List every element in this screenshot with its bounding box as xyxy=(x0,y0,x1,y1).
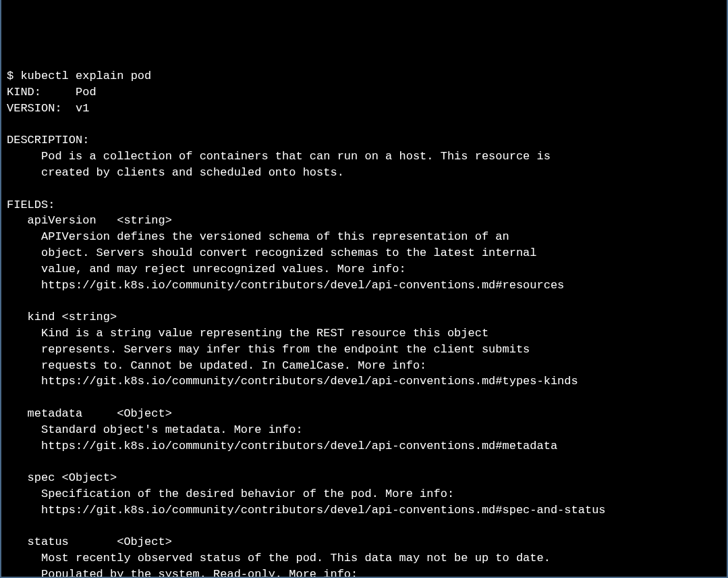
field-desc: APIVersion defines the versioned schema … xyxy=(7,229,721,245)
blank-line xyxy=(7,293,721,309)
blank-line xyxy=(7,519,721,535)
field-desc: Specification of the desired behavior of… xyxy=(7,486,721,502)
field-desc: https://git.k8s.io/community/contributor… xyxy=(7,373,721,390)
description-header: DESCRIPTION: xyxy=(7,132,721,149)
fields-header: FIELDS: xyxy=(7,197,721,213)
field-desc: https://git.k8s.io/community/contributor… xyxy=(7,278,721,294)
blank-line xyxy=(7,390,721,406)
prompt: $ xyxy=(7,70,20,82)
version-line: VERSION: v1 xyxy=(7,101,721,117)
field-desc: represents. Servers may infer this from … xyxy=(7,342,721,358)
field-desc: Most recently observed status of the pod… xyxy=(7,550,721,567)
description-text: created by clients and scheduled onto ho… xyxy=(7,165,721,181)
field-desc: requests to. Cannot be updated. In Camel… xyxy=(7,358,721,374)
field-desc: Populated by the system. Read-only. More… xyxy=(7,567,721,578)
blank-line xyxy=(7,181,721,197)
field-name-status: status <Object> xyxy=(7,534,721,550)
field-desc: Standard object's metadata. More info: xyxy=(7,422,721,438)
field-desc: https://git.k8s.io/community/contributor… xyxy=(7,502,721,519)
field-desc: https://git.k8s.io/community/contributor… xyxy=(7,438,721,454)
field-name-metadata: metadata <Object> xyxy=(7,406,721,422)
terminal-output[interactable]: $ kubectl explain podKIND: PodVERSION: v… xyxy=(7,68,721,578)
field-name-apiversion: apiVersion <string> xyxy=(7,213,721,229)
command-line: $ kubectl explain pod xyxy=(7,68,721,84)
field-desc: object. Servers should convert recognize… xyxy=(7,245,721,261)
command-text: kubectl explain pod xyxy=(20,70,151,82)
description-text: Pod is a collection of containers that c… xyxy=(7,149,721,165)
blank-line xyxy=(7,117,721,133)
field-desc: value, and may reject unrecognized value… xyxy=(7,261,721,278)
blank-line xyxy=(7,454,721,470)
field-desc: Kind is a string value representing the … xyxy=(7,325,721,342)
field-name-kind: kind <string> xyxy=(7,309,721,325)
kind-line: KIND: Pod xyxy=(7,84,721,101)
field-name-spec: spec <Object> xyxy=(7,470,721,486)
